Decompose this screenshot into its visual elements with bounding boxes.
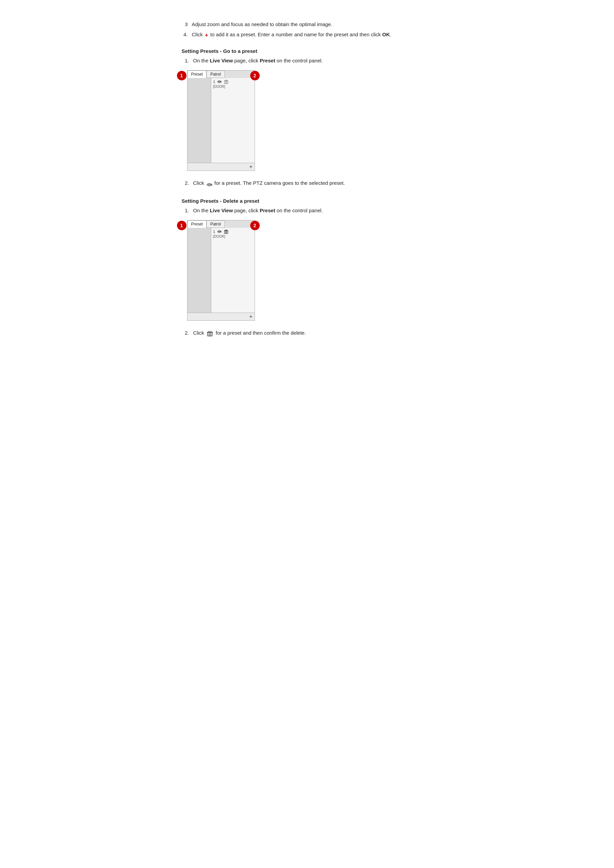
badge-2-section1: 2 <box>250 71 260 81</box>
step2-text: Click for a preset. The PTZ camera goes … <box>193 179 345 187</box>
intro-item-4: 4. Click + to add it as a preset. Enter … <box>182 31 433 39</box>
svg-rect-6 <box>225 80 227 81</box>
panel1-left <box>188 78 211 163</box>
item-text: Adjust zoom and focus as needed to obtai… <box>192 20 332 28</box>
section1-heading: Setting Presets - Go to a preset <box>182 48 433 54</box>
panel1-right: 1 <box>211 78 254 163</box>
preset-tab-s2[interactable]: Preset <box>188 220 207 228</box>
panel2-body: 1 <box>188 228 254 313</box>
item-text: Click + to add it as a preset. Enter a n… <box>192 31 391 39</box>
panel1-body: 1 <box>188 78 254 163</box>
badge-1-s2: 1 <box>177 221 186 230</box>
step-number-2: 2. <box>182 179 189 187</box>
intro-list: 3 Adjust zoom and focus as needed to obt… <box>182 20 433 39</box>
intro-item-3: 3 Adjust zoom and focus as needed to obt… <box>182 20 433 28</box>
step-text-s2: On the Live View page, click Preset on t… <box>193 206 323 215</box>
patrol-tab[interactable]: Patrol <box>206 71 225 78</box>
goto-icon-s2[interactable] <box>217 229 222 234</box>
trash-icon-inline <box>206 330 214 336</box>
trash-icon-small[interactable] <box>223 79 229 84</box>
ok-label: OK <box>382 31 390 37</box>
badge-1: 1 <box>177 71 186 81</box>
panel1-tabs: Preset Patrol <box>188 71 254 78</box>
goto-icon-inline <box>205 180 213 186</box>
panel1: Preset Patrol 1 <box>187 70 255 171</box>
step-number: 1. <box>182 57 189 65</box>
preset-entry-s2: 1 <box>213 229 253 234</box>
plus-icon: + <box>205 32 208 38</box>
preset-name: [DOOR] <box>213 85 253 88</box>
panel1-container: 1 Preset Patrol 1 <box>182 70 433 171</box>
panel1-wrapper: Preset Patrol 1 <box>187 70 255 171</box>
goto-icon[interactable] <box>217 79 222 84</box>
item-number: 4. <box>182 31 188 39</box>
entry-number-s2: 1 <box>213 229 215 234</box>
svg-rect-14 <box>225 230 227 231</box>
section1-step2: 2. Click for a preset. The PTZ camera go… <box>182 179 433 187</box>
patrol-tab-s2[interactable]: Patrol <box>206 220 225 228</box>
step-text: On the Live View page, click Preset on t… <box>193 57 323 65</box>
panel2-right: 1 <box>211 228 254 313</box>
item-number: 3 <box>182 20 188 28</box>
panel2: Preset Patrol 1 <box>187 220 255 321</box>
live-view-label-s2: Live View <box>210 208 233 213</box>
trash-icon-highlighted[interactable] <box>223 229 229 234</box>
section2-step1: 1. On the Live View page, click Preset o… <box>182 206 433 215</box>
svg-rect-20 <box>208 331 211 332</box>
panel2-tabs: Preset Patrol <box>188 220 254 228</box>
panel2-footer: + <box>188 313 254 321</box>
panel2-left <box>188 228 211 313</box>
panel1-footer: + <box>188 163 254 170</box>
panel2-wrapper: Preset Patrol 1 <box>187 220 255 321</box>
preset-label: Preset <box>260 57 275 64</box>
live-view-label: Live View <box>210 57 233 64</box>
entry-number: 1 <box>213 80 215 84</box>
preset-entry: 1 <box>213 79 253 84</box>
preset-tab[interactable]: Preset <box>188 71 207 78</box>
preset-name-s2: [DOOR] <box>213 235 253 239</box>
add-plus-icon-s2[interactable]: + <box>249 314 252 319</box>
step2-text-s2: Click for a preset and then confirm the … <box>193 329 306 337</box>
section1-step1: 1. On the Live View page, click Preset o… <box>182 57 433 65</box>
step-number-s2: 1. <box>182 206 189 215</box>
preset-label-s2: Preset <box>260 208 275 213</box>
add-plus-icon[interactable]: + <box>249 164 252 169</box>
section2-step2: 2. Click for a preset and then confirm t… <box>182 329 433 337</box>
section2-heading: Setting Presets - Delete a preset <box>182 198 433 204</box>
panel2-container: 1 Preset Patrol 1 <box>182 220 433 321</box>
step-number-s2-2: 2. <box>182 329 189 337</box>
badge-2-section2: 2 <box>250 221 260 230</box>
